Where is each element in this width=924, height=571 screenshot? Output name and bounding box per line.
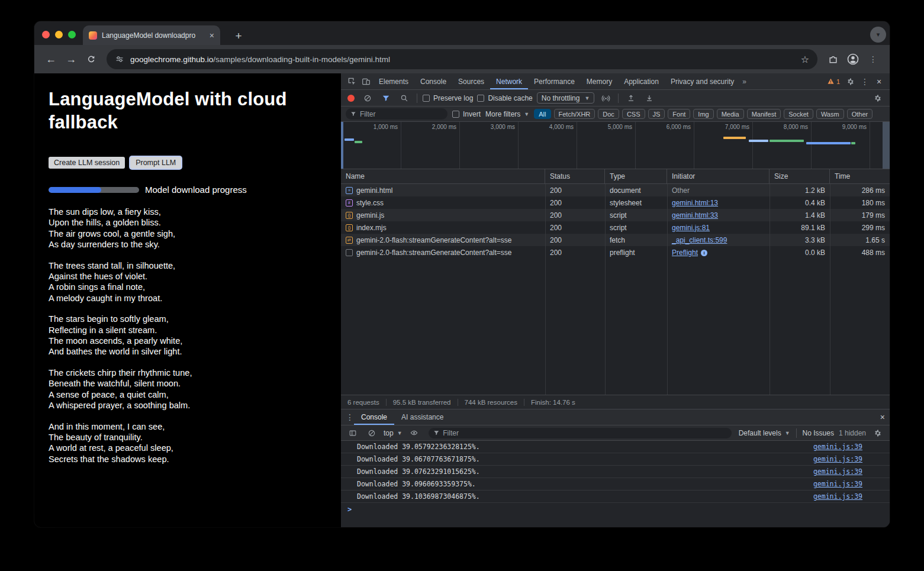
network-filter-input[interactable] bbox=[360, 110, 443, 118]
console-source-link[interactable]: gemini.js:39 bbox=[813, 443, 862, 451]
tab-close-icon[interactable]: × bbox=[210, 31, 214, 40]
console-source-link[interactable]: gemini.js:39 bbox=[813, 492, 862, 501]
disable-cache-checkbox[interactable]: Disable cache bbox=[477, 94, 532, 102]
chip-font[interactable]: Font bbox=[668, 109, 690, 119]
device-toolbar-button[interactable] bbox=[359, 75, 373, 89]
tab-application[interactable]: Application bbox=[618, 73, 665, 89]
new-tab-button[interactable]: + bbox=[231, 28, 246, 44]
console-source-link[interactable]: gemini.js:39 bbox=[813, 480, 862, 488]
site-settings-icon[interactable] bbox=[115, 54, 124, 64]
column-header-initiator[interactable]: Initiator bbox=[667, 169, 770, 183]
chip-media[interactable]: Media bbox=[717, 109, 744, 119]
table-row[interactable]: ≡gemini.html 200 document Other 1.2 kB 2… bbox=[341, 184, 890, 196]
drawer-tab-ai-assistance[interactable]: AI assistance bbox=[394, 409, 450, 425]
console-filter-input[interactable] bbox=[443, 429, 726, 437]
tab-performance[interactable]: Performance bbox=[528, 73, 581, 89]
drawer-close-button[interactable]: × bbox=[880, 412, 885, 422]
network-search-button[interactable] bbox=[397, 91, 411, 105]
tab-search-button[interactable]: ▾ bbox=[870, 27, 886, 43]
invert-checkbox[interactable]: Invert bbox=[452, 110, 481, 118]
overview-selection-handle-left[interactable] bbox=[341, 122, 343, 169]
chip-other[interactable]: Other bbox=[847, 109, 873, 119]
tab-sources[interactable]: Sources bbox=[452, 73, 490, 89]
chip-wasm[interactable]: Wasm bbox=[816, 109, 844, 119]
more-panels-button[interactable]: » bbox=[740, 78, 749, 86]
javascript-context-select[interactable]: top ▼ bbox=[384, 429, 403, 437]
back-button[interactable]: ← bbox=[41, 50, 60, 69]
import-har-button[interactable] bbox=[642, 91, 656, 105]
issues-counter[interactable]: No Issues bbox=[803, 429, 834, 437]
request-initiator-link[interactable]: Preflight bbox=[672, 249, 698, 257]
console-sidebar-button[interactable] bbox=[346, 426, 360, 440]
network-conditions-button[interactable] bbox=[598, 91, 613, 105]
drawer-tab-console[interactable]: Console bbox=[354, 409, 394, 425]
browser-menu-button[interactable]: ⋮ bbox=[864, 50, 883, 69]
info-icon[interactable]: i bbox=[701, 250, 707, 256]
hidden-messages-count[interactable]: 1 hidden bbox=[839, 429, 866, 437]
console-filter-input-box[interactable] bbox=[429, 428, 732, 438]
request-initiator-link[interactable]: gemini.html:13 bbox=[672, 199, 718, 207]
export-har-button[interactable] bbox=[624, 91, 638, 105]
console-source-link[interactable]: gemini.js:39 bbox=[813, 455, 862, 463]
console-prompt[interactable]: > bbox=[341, 503, 890, 516]
filter-toggle-button[interactable] bbox=[379, 91, 393, 105]
preserve-log-checkbox[interactable]: Preserve log bbox=[423, 94, 473, 102]
table-row[interactable]: ⇄gemini-2.0-flash:streamGenerateContent?… bbox=[341, 234, 890, 246]
tab-privacy-and-security[interactable]: Privacy and security bbox=[665, 73, 740, 89]
table-row[interactable]: gemini-2.0-flash:streamGenerateContent?a… bbox=[341, 246, 890, 259]
column-header-type[interactable]: Type bbox=[605, 169, 667, 183]
table-row[interactable]: #style.css 200 stylesheet gemini.html:13… bbox=[341, 196, 890, 209]
forward-button[interactable]: → bbox=[62, 50, 81, 69]
chip-doc[interactable]: Doc bbox=[598, 109, 619, 119]
column-header-status[interactable]: Status bbox=[545, 169, 605, 183]
minimize-window-button[interactable] bbox=[55, 31, 63, 38]
clear-network-log-button[interactable] bbox=[360, 91, 375, 105]
column-header-size[interactable]: Size bbox=[770, 169, 830, 183]
request-initiator-link[interactable]: _api_client.ts:599 bbox=[672, 236, 727, 244]
clear-console-button[interactable] bbox=[365, 426, 379, 440]
chip-img[interactable]: Img bbox=[693, 109, 713, 119]
console-settings-button[interactable] bbox=[871, 426, 885, 440]
overview-selection-handle-right[interactable] bbox=[883, 122, 890, 169]
chip-manifest[interactable]: Manifest bbox=[747, 109, 781, 119]
reload-button[interactable] bbox=[82, 50, 101, 69]
devtools-menu-button[interactable]: ⋮ bbox=[858, 75, 872, 89]
browser-tab[interactable]: LanguageModel downloadpro × bbox=[83, 25, 220, 45]
record-network-log-button[interactable] bbox=[347, 95, 355, 102]
devtools-close-button[interactable]: × bbox=[872, 75, 886, 89]
table-row[interactable]: {}gemini.js 200 script gemini.html:33 1.… bbox=[341, 209, 890, 221]
log-levels-dropdown[interactable]: Default levels ▼ bbox=[739, 429, 790, 437]
chip-js[interactable]: JS bbox=[648, 109, 665, 119]
inspect-element-button[interactable] bbox=[345, 75, 359, 89]
network-settings-button[interactable] bbox=[871, 91, 885, 105]
throttling-select[interactable]: No throttling ▼ bbox=[537, 92, 595, 104]
request-initiator-link[interactable]: gemini.html:33 bbox=[672, 211, 718, 220]
tab-memory[interactable]: Memory bbox=[581, 73, 618, 89]
chip-all[interactable]: All bbox=[534, 109, 550, 119]
network-filter-input-box[interactable] bbox=[346, 108, 447, 120]
tab-elements[interactable]: Elements bbox=[373, 73, 414, 89]
chip-css[interactable]: CSS bbox=[622, 109, 645, 119]
maximize-window-button[interactable] bbox=[68, 31, 76, 38]
close-window-button[interactable] bbox=[42, 31, 50, 38]
live-expression-button[interactable] bbox=[407, 426, 421, 440]
extensions-button[interactable] bbox=[823, 50, 842, 69]
column-header-name[interactable]: Name bbox=[341, 169, 545, 183]
prompt-llm-button[interactable]: Prompt LLM bbox=[130, 157, 181, 169]
chip-socket[interactable]: Socket bbox=[784, 109, 813, 119]
tab-console[interactable]: Console bbox=[414, 73, 452, 89]
devtools-settings-button[interactable] bbox=[843, 75, 858, 89]
more-filters-dropdown[interactable]: More filters ▼ bbox=[485, 110, 529, 118]
column-header-time[interactable]: Time bbox=[830, 169, 890, 183]
bookmark-star-icon[interactable]: ☆ bbox=[801, 54, 809, 65]
chip-fetch-xhr[interactable]: Fetch/XHR bbox=[554, 109, 595, 119]
request-initiator-link[interactable]: gemini.js:81 bbox=[672, 224, 710, 232]
url-bar[interactable]: googlechrome.github.io/samples/downloadi… bbox=[107, 49, 817, 69]
drawer-menu-icon[interactable]: ⋮ bbox=[346, 412, 354, 422]
create-llm-session-button[interactable]: Create LLM session bbox=[49, 157, 125, 169]
table-row[interactable]: {}index.mjs 200 script gemini.js:81 89.1… bbox=[341, 221, 890, 234]
warning-badge[interactable]: 1 bbox=[827, 78, 840, 85]
console-source-link[interactable]: gemini.js:39 bbox=[813, 467, 862, 476]
network-overview-timeline[interactable]: 1,000 ms 2,000 ms 3,000 ms 4,000 ms 5,00… bbox=[341, 122, 890, 169]
tab-network[interactable]: Network bbox=[490, 73, 528, 89]
